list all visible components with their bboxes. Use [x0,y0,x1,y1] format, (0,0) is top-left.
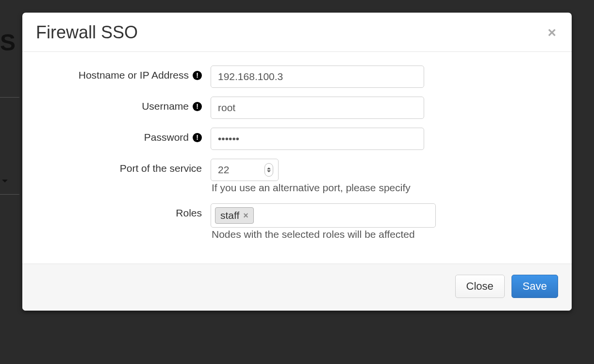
chevron-down-icon [267,170,271,172]
modal-header: Firewall SSO × [22,13,572,52]
chevron-up-icon [267,167,271,169]
background-divider [0,97,19,98]
label-roles-text: Roles [176,207,202,219]
roles-input[interactable]: staff × [211,203,436,228]
hostname-input[interactable] [211,66,424,88]
background-divider [0,194,19,195]
label-port: Port of the service [36,159,211,174]
background-caret-icon [2,180,8,182]
modal-footer: Close Save [22,264,572,311]
label-password: Password ! [36,128,211,143]
label-username: Username ! [36,97,211,112]
modal-title: Firewall SSO [36,22,138,43]
label-port-text: Port of the service [120,163,202,174]
save-button[interactable]: Save [512,275,558,298]
info-icon[interactable]: ! [193,133,202,142]
info-icon[interactable]: ! [193,102,202,111]
label-username-text: Username [142,100,189,112]
background-heading-fragment: S [0,29,16,56]
port-value: 22 [218,164,264,176]
role-tag-label: staff [220,210,239,221]
firewall-sso-modal: Firewall SSO × Hostname or IP Address ! … [22,13,572,311]
row-username: Username ! [36,97,558,119]
close-icon[interactable]: × [545,25,558,40]
role-tag: staff × [215,207,254,224]
roles-help-text: Nodes with the selected roles will be af… [211,229,558,240]
label-roles: Roles [36,203,211,219]
password-input[interactable] [211,128,424,150]
info-icon[interactable]: ! [193,71,202,80]
label-password-text: Password [144,132,189,143]
port-input[interactable]: 22 [211,159,279,181]
row-hostname: Hostname or IP Address ! [36,66,558,88]
remove-tag-icon[interactable]: × [242,211,249,221]
port-stepper[interactable] [264,163,273,177]
row-roles: Roles staff × [36,203,558,228]
row-port: Port of the service 22 [36,159,558,181]
label-hostname: Hostname or IP Address ! [36,66,211,81]
label-hostname-text: Hostname or IP Address [79,69,189,81]
modal-body: Hostname or IP Address ! Username ! Pass… [22,52,572,264]
port-help-text: If you use an alternative port, please s… [211,182,558,194]
row-password: Password ! [36,128,558,150]
close-button[interactable]: Close [455,275,505,298]
username-input[interactable] [211,97,424,119]
